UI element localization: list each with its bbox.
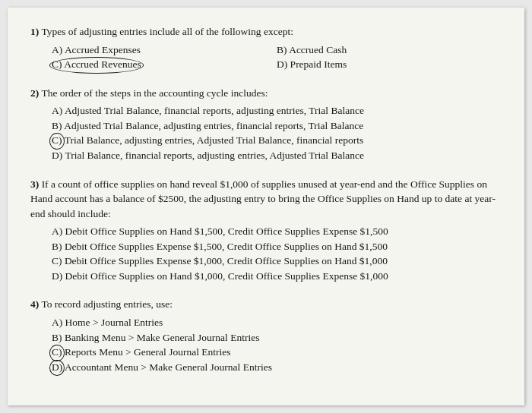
q3-options: A) Debit Office Supplies on Hand $1,500,…	[52, 224, 502, 283]
q4-option-a: A) Home > Journal Entries	[52, 315, 502, 330]
q4-option-b: B) Banking Menu > Make General Journal E…	[52, 330, 502, 345]
q3-text: 3) If a count of office supplies on hand…	[30, 177, 502, 222]
q3-option-d: D) Debit Office Supplies on Hand $1,000,…	[52, 269, 502, 284]
q1-option-d: D) Prepaid Items	[277, 57, 502, 72]
q4-options: A) Home > Journal Entries B) Banking Men…	[52, 315, 502, 374]
question-4: 4) To record adjusting entries, use: A) …	[30, 297, 502, 374]
q1-text: 1) Types of adjusting entries include al…	[30, 24, 502, 39]
q2-text: 2) The order of the steps in the account…	[30, 86, 502, 101]
q3-option-a: A) Debit Office Supplies on Hand $1,500,…	[52, 224, 502, 239]
q3-option-c: C) Debit Office Supplies Expense $1,000,…	[52, 254, 502, 269]
question-1: 1) Types of adjusting entries include al…	[30, 24, 502, 72]
q1-option-b: B) Accrued Cash	[277, 43, 502, 58]
page-container: 1) Types of adjusting entries include al…	[8, 8, 524, 405]
q2-options: A) Adjusted Trial Balance, financial rep…	[52, 103, 502, 162]
q1-options: A) Accrued Expenses B) Accrued Cash C) A…	[52, 43, 502, 72]
question-3: 3) If a count of office supplies on hand…	[30, 177, 502, 284]
q2-option-b: B) Adjusted Trial Balance, adjusting ent…	[52, 118, 502, 134]
q2-option-a: A) Adjusted Trial Balance, financial rep…	[52, 103, 502, 118]
question-2: 2) The order of the steps in the account…	[30, 86, 502, 163]
q2-option-c: C) Trial Balance, adjusting entries, Adj…	[52, 133, 502, 148]
q1-option-a: A) Accrued Expenses	[52, 43, 277, 58]
q4-text: 4) To record adjusting entries, use:	[30, 297, 502, 312]
q2-option-d: D) Trial Balance, financial reports, adj…	[52, 148, 502, 163]
q4-option-d: D) Accountant Menu > Make General Journa…	[52, 360, 502, 375]
q3-option-b: B) Debit Office Supplies Expense $1,500,…	[52, 239, 502, 254]
q1-option-c: C) Accrued Revenues	[52, 57, 277, 72]
q4-option-c: C) Reports Menu > General Journal Entrie…	[52, 345, 502, 360]
